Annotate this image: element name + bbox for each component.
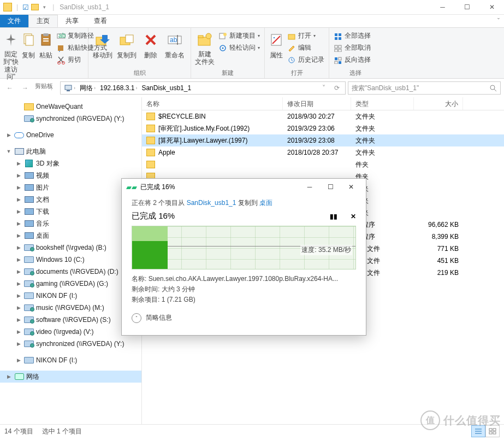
tab-view[interactable]: 查看	[86, 15, 115, 27]
expand-icon[interactable]: ▶	[15, 173, 22, 178]
nav-tree[interactable]: OneWaveQuantsynchronized (\\RGVEDA) (Y:)…	[0, 97, 142, 424]
paste-button[interactable]: 粘贴	[37, 29, 55, 60]
dialog-close-button[interactable]: ✕	[341, 179, 361, 195]
table-row[interactable]: 件夹	[142, 159, 504, 171]
recent-button[interactable]: ˅	[34, 81, 43, 95]
rename-button[interactable]: ab重命名	[163, 29, 187, 60]
tree-item[interactable]: ▶music (\\RGVEDA) (M:)	[0, 302, 141, 314]
expand-icon[interactable]: ▶	[15, 245, 22, 250]
dialog-minimize-button[interactable]: ─	[299, 179, 320, 195]
pin-button[interactable]: 固定到"快 速访问"	[2, 29, 20, 81]
col-name[interactable]: 名称	[142, 97, 283, 110]
expand-icon[interactable]: ▶	[15, 305, 22, 310]
tree-item[interactable]: ▶video (\\rgveda) (V:)	[0, 326, 141, 338]
copy-to-button[interactable]: 复制到	[115, 29, 139, 60]
table-row[interactable]: [审死官].Justice.My.Foot.(1992)2019/3/29 23…	[142, 122, 504, 134]
expand-icon[interactable]: ▶	[15, 281, 22, 286]
up-button[interactable]: ↑	[45, 81, 58, 95]
expand-icon[interactable]: ▶	[15, 329, 22, 335]
tab-file[interactable]: 文件	[0, 15, 28, 27]
breadcrumb-folder[interactable]: SanDisk_usb1_1	[139, 84, 193, 92]
tree-item[interactable]: ▼此电脑	[0, 145, 141, 157]
new-item-button[interactable]: 新建项目▾	[216, 30, 262, 42]
expand-icon[interactable]: ▶	[5, 374, 12, 379]
qat-properties-icon[interactable]: ☑	[22, 3, 29, 11]
tree-item[interactable]: synchronized (\\RGVEDA) (Y:)	[0, 113, 141, 125]
breadcrumb-ip[interactable]: 192.168.3.1›	[98, 84, 139, 92]
tree-item[interactable]: ▶桌面	[0, 230, 141, 242]
col-type[interactable]: 类型	[351, 97, 414, 110]
search-input[interactable]: 搜索"SanDisk_usb1_1"	[348, 81, 501, 95]
tab-home[interactable]: 主页	[28, 15, 58, 27]
history-button[interactable]: 历史记录	[285, 54, 327, 66]
delete-button[interactable]: 删除	[139, 29, 163, 60]
dst-link[interactable]: 桌面	[259, 199, 272, 207]
move-to-button[interactable]: 移动到	[91, 29, 115, 60]
tree-item[interactable]: ▶图片	[0, 181, 141, 193]
col-size[interactable]: 大小	[414, 97, 463, 110]
address-bar[interactable]: › 网络› 192.168.3.1› SanDisk_usb1_1 ˅⟳	[60, 81, 346, 95]
expand-icon[interactable]: ▶	[15, 293, 22, 298]
src-link[interactable]: SanDisk_usb1_1	[187, 199, 236, 207]
edit-button[interactable]: 编辑	[285, 42, 327, 54]
minimize-button[interactable]: ─	[430, 0, 455, 15]
dialog-titlebar[interactable]: ▰▰ 已完成 16% ─ ☐ ✕	[122, 179, 366, 195]
ribbon-expand-icon[interactable]: ˇ	[497, 17, 500, 25]
tree-item[interactable]: ▶网络	[0, 371, 141, 383]
tree-item[interactable]: ▶NIKON DF (I:)	[0, 354, 141, 366]
invert-selection-button[interactable]: 反向选择	[331, 54, 373, 66]
fewer-details-button[interactable]: ˆ 简略信息	[132, 313, 356, 323]
expand-icon[interactable]: ▶	[15, 209, 22, 214]
tree-item[interactable]: ▶音乐	[0, 218, 141, 230]
tree-item[interactable]: ▶下载	[0, 206, 141, 218]
tree-item[interactable]: ▶视频	[0, 169, 141, 181]
cancel-button[interactable]: ✕	[351, 213, 356, 220]
select-none-button[interactable]: 全部取消	[331, 42, 373, 54]
expand-icon[interactable]: ▶	[5, 132, 12, 138]
refresh-button[interactable]: ⟳	[330, 81, 344, 95]
select-all-button[interactable]: 全部选择	[331, 30, 373, 42]
expand-icon[interactable]: ▶	[15, 357, 22, 363]
expand-icon[interactable]: ▶	[15, 221, 22, 226]
new-folder-button[interactable]: 新建 文件夹	[193, 29, 216, 66]
expand-icon[interactable]: ▶	[15, 197, 22, 202]
table-row[interactable]: $RECYCLE.BIN2018/9/30 20:27文件夹	[142, 110, 504, 122]
expand-icon[interactable]: ▶	[15, 269, 22, 274]
qat-folder-icon[interactable]	[31, 4, 39, 10]
pause-button[interactable]: ▮▮	[330, 213, 337, 220]
table-row[interactable]: Apple2018/10/28 20:37文件夹	[142, 146, 504, 159]
tree-item[interactable]: ▶OneDrive	[0, 129, 141, 141]
tree-item[interactable]: ▶Windows 10 (C:)	[0, 254, 141, 266]
dialog-maximize-button[interactable]: ☐	[320, 179, 341, 195]
maximize-button[interactable]: ☐	[455, 0, 479, 15]
tree-item[interactable]: ▶3D 对象	[0, 157, 141, 169]
expand-icon[interactable]: ▶	[15, 185, 22, 190]
tree-item[interactable]: ▶gaming (\\RGVEDA) (G:)	[0, 278, 141, 290]
close-button[interactable]: ✕	[479, 0, 504, 15]
expand-icon[interactable]: ▶	[15, 317, 22, 322]
tree-item[interactable]: OneWaveQuant	[0, 101, 141, 113]
properties-button[interactable]: 属性	[267, 29, 285, 60]
tree-item[interactable]: ▶documents (\\RGVEDA) (D:)	[0, 266, 141, 278]
forward-button[interactable]: →	[19, 81, 32, 95]
expand-icon[interactable]: ▼	[5, 149, 12, 154]
tab-share[interactable]: 共享	[58, 15, 86, 27]
easy-access-button[interactable]: 轻松访问▾	[216, 42, 262, 54]
col-date[interactable]: 修改日期	[283, 97, 351, 110]
tree-item[interactable]: ▶synchronized (\\RGVEDA) (Y:)	[0, 338, 141, 350]
expand-icon[interactable]: ▶	[15, 257, 22, 262]
qat-dropdown-icon[interactable]: ▾	[41, 4, 48, 10]
copy-button[interactable]: 复制	[20, 29, 37, 60]
breadcrumb-network[interactable]: 网络›	[78, 84, 98, 93]
expand-icon[interactable]: ▶	[15, 161, 22, 166]
tree-item[interactable]: ▶NIKON DF (I:)	[0, 290, 141, 302]
open-button[interactable]: 打开▾	[285, 30, 327, 42]
tree-item[interactable]: ▶文档	[0, 193, 141, 206]
tree-item[interactable]: ▶bookshelf (\\rgveda) (B:)	[0, 242, 141, 254]
tree-item[interactable]: ▶software (\\RGVEDA) (S:)	[0, 314, 141, 326]
expand-icon[interactable]: ▶	[15, 341, 22, 347]
back-button[interactable]: ←	[3, 81, 16, 95]
expand-icon[interactable]: ▶	[15, 233, 22, 238]
address-dropdown-icon[interactable]: ˅	[318, 81, 330, 95]
table-row[interactable]: [算死草].Lawyer.Lawyer.(1997)2019/3/29 23:0…	[142, 134, 504, 146]
